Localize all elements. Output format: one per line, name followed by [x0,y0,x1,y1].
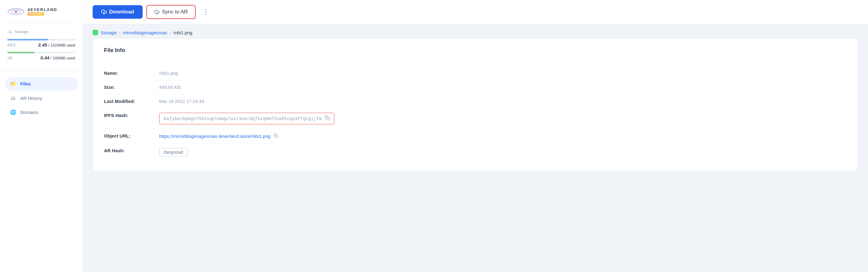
object-url-link[interactable]: https://mirrorblogimagesmax.4everland.st… [159,134,271,139]
label-ipfs-hash: IPFS Hash: [104,113,153,118]
svg-point-2 [15,10,17,13]
sidebar-item-files[interactable]: 📁 Files [5,77,78,90]
label-size: Size: [104,84,153,90]
copy-ipfs-hash-button[interactable] [325,115,330,122]
brand-badge: BUCKET [28,12,44,15]
info-row-modified: Last Modified: Mar 19 2022 17:33:49 [104,94,847,108]
value-size: 449.93 KB [159,84,847,90]
breadcrumb-sep-1: › [119,30,121,35]
storage-folder-icon [93,30,98,35]
ipfs-storage-item: IPFS 2.45 / 1024MB used [7,39,75,47]
sidebar-item-ar-history[interactable]: 🗂 AR History [5,92,78,104]
logo-graphic [7,7,25,16]
breadcrumb-file: mbi1.png [173,30,192,35]
ar-label-row: AR 0.44 / 100MB used [7,55,75,60]
ar-total: / 100MB used [51,56,75,60]
info-row-ar-hash: AR Hash: Desynced [104,144,847,161]
download-button[interactable]: Download [93,5,143,19]
info-row-name: Name: mbi1.png [104,66,847,80]
nav-section: 📁 Files 🗂 AR History 🌐 Domains [0,75,83,121]
brand-name: 4EVERLAND [28,8,57,12]
file-info-card: File Info Name: mbi1.png Size: 449.93 KB… [93,38,858,171]
sync-to-ar-button[interactable]: Sync to AR [146,5,196,19]
ar-bar-track [7,52,75,53]
card-title: File Info [104,47,847,59]
domains-icon: 🌐 [10,109,17,115]
content-area: File Info Name: mbi1.png Size: 449.93 KB… [83,38,868,272]
more-options-button[interactable]: ⋮ [199,6,212,18]
desynced-badge: Desynced [159,148,187,157]
svg-rect-5 [327,117,330,120]
sync-icon [154,9,159,15]
info-row-object-url: Object URL: https://mirrorblogimagesmax.… [104,129,847,144]
ipfs-hash-value: bafybeibpmgnfh62xqelbmqulwvt3oardq7kzq4m… [164,116,322,121]
label-modified: Last Modified: [104,99,153,104]
label-name: Name: [104,70,153,76]
cloud-icon: ☁️ [7,29,12,34]
ipfs-bar-track [7,39,75,40]
breadcrumb-folder[interactable]: mirrorblogimagesmax [123,30,167,35]
info-row-ipfs-hash: IPFS Hash: bafybeibpmgnfh62xqelbmqulwvt3… [104,108,847,129]
breadcrumb: Storage › mirrorblogimagesmax › mbi1.png [83,24,868,38]
main-content: Download Sync to AR ⋮ Storage › mirrorbl… [83,0,868,272]
svg-rect-6 [275,135,278,138]
download-icon [101,9,107,15]
sidebar-item-domains-label: Domains [20,110,38,115]
sidebar-divider2 [0,71,83,71]
ar-storage-item: AR 0.44 / 100MB used [7,52,75,60]
storage-section-title: ☁️ Storage [7,29,75,34]
sidebar-item-files-label: Files [20,81,31,87]
files-icon: 📁 [10,81,17,87]
info-row-size: Size: 449.93 KB [104,80,847,94]
ipfs-label-row: IPFS 2.45 / 1024MB used [7,42,75,47]
sidebar: 4EVERLAND BUCKET ☁️ Storage IPFS 2.45 / … [0,0,83,272]
sidebar-item-ar-history-label: AR History [20,96,42,101]
ipfs-total: / 1024MB used [49,43,75,47]
copy-url-button[interactable] [274,133,278,139]
logo-area: 4EVERLAND BUCKET [0,0,83,23]
ipfs-hash-container: bafybeibpmgnfh62xqelbmqulwvt3oardq7kzq4m… [159,113,334,124]
label-object-url: Object URL: [104,133,153,138]
ipfs-label: IPFS [7,43,16,47]
more-icon: ⋮ [203,8,209,16]
ar-history-icon: 🗂 [10,95,17,101]
sidebar-item-domains[interactable]: 🌐 Domains [5,106,78,119]
ipfs-bar-fill [7,39,48,40]
breadcrumb-sep-2: › [169,30,171,35]
label-ar-hash: AR Hash: [104,148,153,153]
storage-section: ☁️ Storage IPFS 2.45 / 1024MB used AR [0,23,83,70]
brand-text: 4EVERLAND BUCKET [28,8,57,15]
ar-bar-fill [7,52,34,53]
ipfs-usage: 2.45 / 1024MB used [38,42,75,47]
value-modified: Mar 19 2022 17:33:49 [159,99,847,104]
ar-usage: 0.44 / 100MB used [40,55,75,60]
value-name: mbi1.png [159,70,847,76]
breadcrumb-root[interactable]: Storage [101,30,117,35]
object-url-container: https://mirrorblogimagesmax.4everland.st… [159,133,278,139]
ar-label: AR [7,56,12,60]
toolbar: Download Sync to AR ⋮ [83,0,868,24]
